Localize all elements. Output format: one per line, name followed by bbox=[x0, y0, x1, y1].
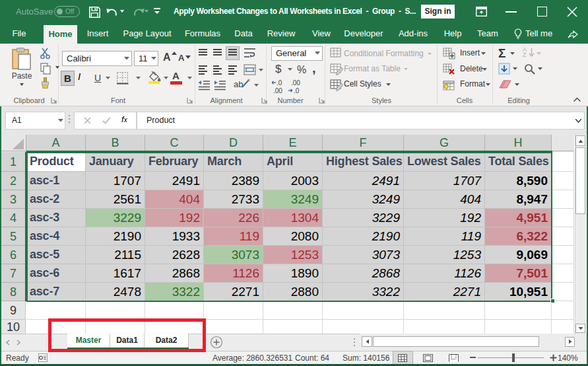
svg-text:.00: .00 bbox=[291, 79, 300, 87]
svg-text:.0: .0 bbox=[294, 87, 300, 94]
svg-text:.0: .0 bbox=[277, 79, 282, 87]
svg-text:.00: .00 bbox=[273, 87, 282, 94]
